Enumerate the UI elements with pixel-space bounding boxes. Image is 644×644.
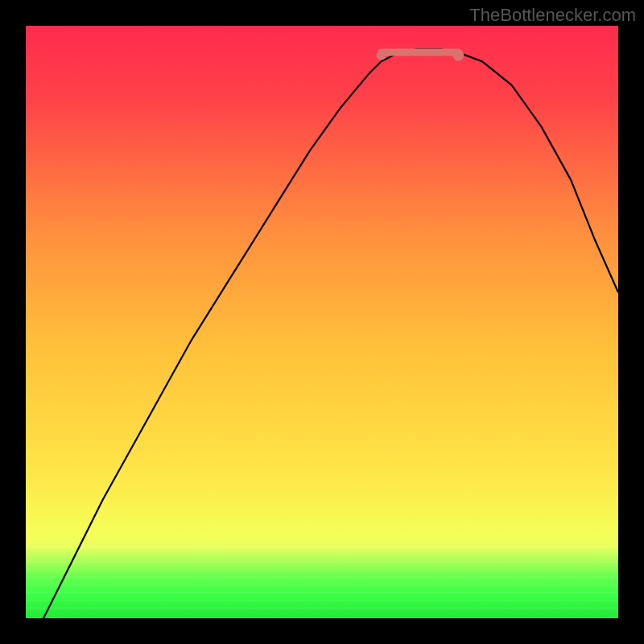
gradient-bg	[26, 26, 618, 618]
chart-container: TheBottlenecker.com	[0, 0, 644, 644]
plot-area	[26, 26, 618, 618]
min-point-right	[452, 50, 464, 61]
chart-svg	[26, 26, 618, 618]
watermark-text: TheBottlenecker.com	[469, 5, 636, 26]
min-point-left	[377, 51, 386, 60]
